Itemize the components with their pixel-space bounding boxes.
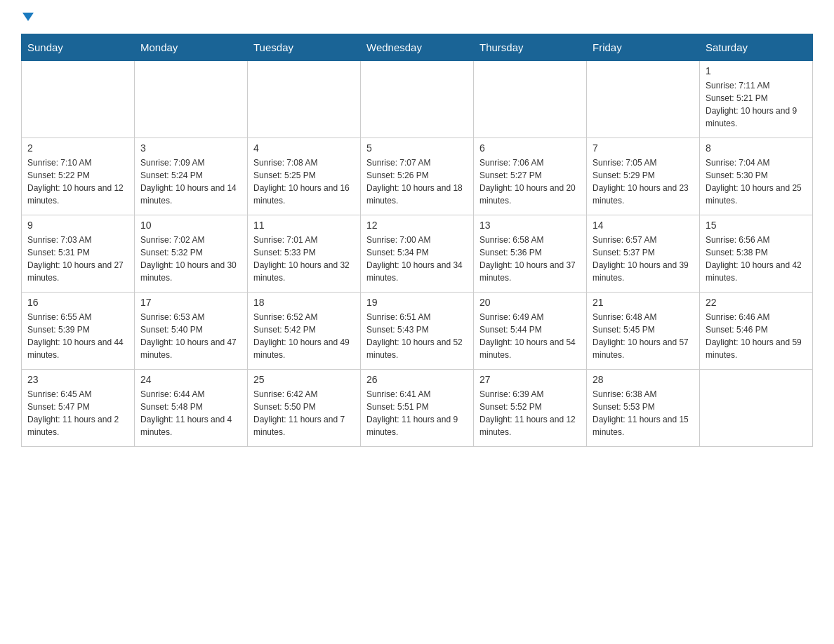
day-number: 27 xyxy=(479,374,581,385)
calendar-day-cell: 20Sunrise: 6:49 AM Sunset: 5:44 PM Dayli… xyxy=(474,293,587,370)
day-number: 12 xyxy=(366,220,468,231)
calendar-day-cell: 28Sunrise: 6:38 AM Sunset: 5:53 PM Dayli… xyxy=(587,370,700,447)
calendar-table: SundayMondayTuesdayWednesdayThursdayFrid… xyxy=(21,34,813,447)
day-number: 16 xyxy=(27,297,128,308)
day-number: 13 xyxy=(479,220,581,231)
calendar-day-cell xyxy=(474,61,587,138)
day-number: 1 xyxy=(706,65,807,76)
day-info: Sunrise: 6:58 AM Sunset: 5:36 PM Dayligh… xyxy=(479,234,581,284)
day-info: Sunrise: 7:06 AM Sunset: 5:27 PM Dayligh… xyxy=(479,156,581,207)
calendar-day-cell: 1Sunrise: 7:11 AM Sunset: 5:21 PM Daylig… xyxy=(700,61,813,138)
calendar-day-cell: 22Sunrise: 6:46 AM Sunset: 5:46 PM Dayli… xyxy=(700,293,813,370)
day-of-week-header: Sunday xyxy=(22,34,135,61)
day-number: 6 xyxy=(479,142,581,154)
calendar-day-cell: 7Sunrise: 7:05 AM Sunset: 5:29 PM Daylig… xyxy=(587,138,700,215)
day-info: Sunrise: 7:02 AM Sunset: 5:32 PM Dayligh… xyxy=(140,234,241,284)
day-number: 17 xyxy=(140,297,241,308)
day-info: Sunrise: 6:38 AM Sunset: 5:53 PM Dayligh… xyxy=(593,388,694,438)
day-info: Sunrise: 7:11 AM Sunset: 5:21 PM Dayligh… xyxy=(706,79,807,130)
calendar-day-cell: 21Sunrise: 6:48 AM Sunset: 5:45 PM Dayli… xyxy=(587,293,700,370)
calendar-day-cell: 12Sunrise: 7:00 AM Sunset: 5:34 PM Dayli… xyxy=(361,215,474,293)
day-info: Sunrise: 6:44 AM Sunset: 5:48 PM Dayligh… xyxy=(140,388,241,438)
calendar-day-cell: 17Sunrise: 6:53 AM Sunset: 5:40 PM Dayli… xyxy=(135,293,248,370)
calendar-day-cell: 18Sunrise: 6:52 AM Sunset: 5:42 PM Dayli… xyxy=(248,293,361,370)
day-info: Sunrise: 6:45 AM Sunset: 5:47 PM Dayligh… xyxy=(27,388,128,438)
day-of-week-header: Tuesday xyxy=(248,34,361,61)
day-of-week-header: Monday xyxy=(135,34,248,61)
day-info: Sunrise: 6:52 AM Sunset: 5:42 PM Dayligh… xyxy=(253,311,355,361)
calendar-day-cell xyxy=(587,61,700,138)
calendar-day-cell: 10Sunrise: 7:02 AM Sunset: 5:32 PM Dayli… xyxy=(135,215,248,293)
calendar-day-cell: 9Sunrise: 7:03 AM Sunset: 5:31 PM Daylig… xyxy=(22,215,135,293)
day-number: 14 xyxy=(593,220,694,231)
day-info: Sunrise: 6:55 AM Sunset: 5:39 PM Dayligh… xyxy=(27,311,128,361)
day-info: Sunrise: 6:53 AM Sunset: 5:40 PM Dayligh… xyxy=(140,311,241,361)
calendar-day-cell xyxy=(135,61,248,138)
day-number: 10 xyxy=(140,220,241,231)
calendar-day-cell xyxy=(22,61,135,138)
calendar-day-cell: 4Sunrise: 7:08 AM Sunset: 5:25 PM Daylig… xyxy=(248,138,361,215)
day-info: Sunrise: 7:05 AM Sunset: 5:29 PM Dayligh… xyxy=(593,156,694,207)
calendar-day-cell: 16Sunrise: 6:55 AM Sunset: 5:39 PM Dayli… xyxy=(22,293,135,370)
page-header xyxy=(21,14,813,22)
day-of-week-header: Friday xyxy=(587,34,700,61)
day-of-week-header: Saturday xyxy=(700,34,813,61)
day-info: Sunrise: 7:01 AM Sunset: 5:33 PM Dayligh… xyxy=(253,234,355,284)
day-number: 4 xyxy=(253,142,355,154)
day-number: 24 xyxy=(140,374,241,385)
day-number: 23 xyxy=(27,374,128,385)
day-info: Sunrise: 6:42 AM Sunset: 5:50 PM Dayligh… xyxy=(253,388,355,438)
calendar-week-row: 23Sunrise: 6:45 AM Sunset: 5:47 PM Dayli… xyxy=(22,370,813,447)
day-number: 26 xyxy=(366,374,468,385)
day-number: 3 xyxy=(140,142,241,154)
day-info: Sunrise: 6:56 AM Sunset: 5:38 PM Dayligh… xyxy=(706,234,807,284)
logo-triangle-icon xyxy=(22,13,34,21)
day-number: 19 xyxy=(366,297,468,308)
day-number: 18 xyxy=(253,297,355,308)
calendar-week-row: 2Sunrise: 7:10 AM Sunset: 5:22 PM Daylig… xyxy=(22,138,813,215)
calendar-week-row: 1Sunrise: 7:11 AM Sunset: 5:21 PM Daylig… xyxy=(22,61,813,138)
calendar-day-cell: 27Sunrise: 6:39 AM Sunset: 5:52 PM Dayli… xyxy=(474,370,587,447)
day-info: Sunrise: 6:49 AM Sunset: 5:44 PM Dayligh… xyxy=(479,311,581,361)
calendar-day-cell: 6Sunrise: 7:06 AM Sunset: 5:27 PM Daylig… xyxy=(474,138,587,215)
day-info: Sunrise: 7:03 AM Sunset: 5:31 PM Dayligh… xyxy=(27,234,128,284)
calendar-day-cell: 2Sunrise: 7:10 AM Sunset: 5:22 PM Daylig… xyxy=(22,138,135,215)
day-info: Sunrise: 6:57 AM Sunset: 5:37 PM Dayligh… xyxy=(593,234,694,284)
day-number: 15 xyxy=(706,220,807,231)
day-info: Sunrise: 6:48 AM Sunset: 5:45 PM Dayligh… xyxy=(593,311,694,361)
day-number: 5 xyxy=(366,142,468,154)
calendar-header-row: SundayMondayTuesdayWednesdayThursdayFrid… xyxy=(22,34,813,61)
calendar-day-cell: 15Sunrise: 6:56 AM Sunset: 5:38 PM Dayli… xyxy=(700,215,813,293)
day-info: Sunrise: 7:04 AM Sunset: 5:30 PM Dayligh… xyxy=(706,156,807,207)
day-number: 28 xyxy=(593,374,694,385)
day-info: Sunrise: 7:08 AM Sunset: 5:25 PM Dayligh… xyxy=(253,156,355,207)
day-number: 9 xyxy=(27,220,128,231)
calendar-day-cell: 23Sunrise: 6:45 AM Sunset: 5:47 PM Dayli… xyxy=(22,370,135,447)
calendar-day-cell: 8Sunrise: 7:04 AM Sunset: 5:30 PM Daylig… xyxy=(700,138,813,215)
day-number: 25 xyxy=(253,374,355,385)
day-info: Sunrise: 6:39 AM Sunset: 5:52 PM Dayligh… xyxy=(479,388,581,438)
day-number: 21 xyxy=(593,297,694,308)
day-info: Sunrise: 7:10 AM Sunset: 5:22 PM Dayligh… xyxy=(27,156,128,207)
day-info: Sunrise: 6:41 AM Sunset: 5:51 PM Dayligh… xyxy=(366,388,468,438)
day-number: 11 xyxy=(253,220,355,231)
day-info: Sunrise: 7:09 AM Sunset: 5:24 PM Dayligh… xyxy=(140,156,241,207)
day-number: 20 xyxy=(479,297,581,308)
day-number: 8 xyxy=(706,142,807,154)
calendar-day-cell xyxy=(361,61,474,138)
day-number: 7 xyxy=(593,142,694,154)
day-info: Sunrise: 6:51 AM Sunset: 5:43 PM Dayligh… xyxy=(366,311,468,361)
day-info: Sunrise: 6:46 AM Sunset: 5:46 PM Dayligh… xyxy=(706,311,807,361)
calendar-day-cell: 11Sunrise: 7:01 AM Sunset: 5:33 PM Dayli… xyxy=(248,215,361,293)
logo xyxy=(21,14,34,22)
calendar-day-cell: 24Sunrise: 6:44 AM Sunset: 5:48 PM Dayli… xyxy=(135,370,248,447)
day-number: 2 xyxy=(27,142,128,154)
calendar-day-cell: 5Sunrise: 7:07 AM Sunset: 5:26 PM Daylig… xyxy=(361,138,474,215)
calendar-day-cell: 13Sunrise: 6:58 AM Sunset: 5:36 PM Dayli… xyxy=(474,215,587,293)
calendar-day-cell: 19Sunrise: 6:51 AM Sunset: 5:43 PM Dayli… xyxy=(361,293,474,370)
calendar-day-cell: 25Sunrise: 6:42 AM Sunset: 5:50 PM Dayli… xyxy=(248,370,361,447)
day-info: Sunrise: 7:07 AM Sunset: 5:26 PM Dayligh… xyxy=(366,156,468,207)
day-info: Sunrise: 7:00 AM Sunset: 5:34 PM Dayligh… xyxy=(366,234,468,284)
calendar-day-cell xyxy=(700,370,813,447)
calendar-week-row: 9Sunrise: 7:03 AM Sunset: 5:31 PM Daylig… xyxy=(22,215,813,293)
